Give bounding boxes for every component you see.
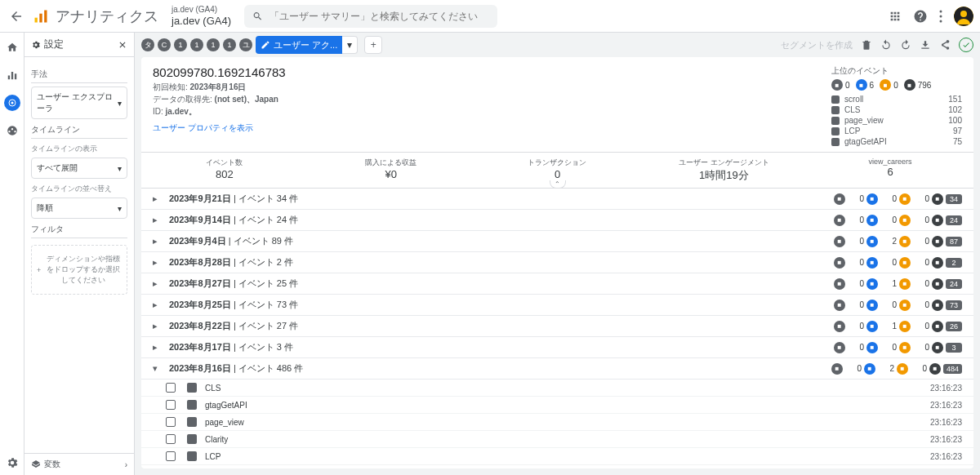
day-row[interactable]: ▸2023年8月28日 | イベント 2 件■0■0■0■2 — [141, 252, 973, 273]
expand-icon[interactable]: ▸ — [153, 321, 164, 331]
expand-icon[interactable]: ▸ — [153, 278, 164, 289]
chevron-down-icon: ▾ — [118, 164, 122, 173]
chevron-right-icon: › — [125, 460, 127, 469]
stat-cell: ユーザー エンゲージメント1時間19分 — [640, 153, 807, 188]
timeline-sort-dropdown[interactable]: 降順 ▾ — [31, 198, 127, 219]
search-input[interactable] — [270, 11, 489, 22]
day-chip: ■ — [932, 193, 943, 205]
tab-inactive[interactable]: 1 — [190, 38, 203, 51]
tab-inactive[interactable]: 1 — [174, 38, 187, 51]
day-row[interactable]: ▸2023年8月27日 | イベント 25 件■0■1■0■24 — [141, 273, 973, 295]
event-item[interactable]: page_view23:16:23 — [141, 414, 973, 431]
day-chip: ■ — [866, 321, 878, 332]
top-event-row: page_view100 — [831, 115, 962, 126]
day-chip: ■ — [834, 257, 845, 269]
day-chip: ■ — [866, 300, 878, 311]
timeline-label: タイムライン — [31, 124, 127, 139]
expand-icon[interactable]: ▸ — [153, 193, 164, 204]
day-row[interactable]: ▸2023年8月25日 | イベント 73 件■0■0■0■73 — [141, 295, 973, 316]
method-dropdown[interactable]: ユーザー エクスプローラ ▾ — [31, 87, 127, 119]
nav-rail — [0, 33, 24, 475]
tab-inactive[interactable]: C — [158, 38, 171, 51]
expand-icon[interactable]: ▸ — [153, 257, 164, 268]
tab-inactive[interactable]: タ — [141, 38, 154, 51]
help-icon[interactable] — [913, 9, 928, 24]
variables-bar[interactable]: 変数 › — [24, 453, 134, 475]
event-checkbox[interactable] — [166, 434, 176, 444]
event-item[interactable]: Clarity23:16:23 — [141, 431, 973, 448]
user-meta: 初回検知: 2023年8月16日 データの取得先: (not set)、Japa… — [153, 81, 286, 118]
expand-icon[interactable]: ▸ — [153, 236, 164, 246]
chevron-down-icon: ▾ — [118, 204, 122, 213]
expand-icon[interactable]: ▸ — [153, 300, 164, 310]
filter-dropzone[interactable]: + ディメンションや指標をドロップするか選択してください — [31, 245, 127, 295]
day-row[interactable]: ▸2023年9月4日 | イベント 89 件■0■2■0■87 — [141, 231, 973, 252]
day-row[interactable]: ▾2023年8月16日 | イベント 486 件■0■2■0■484 — [141, 358, 973, 380]
expand-icon[interactable]: ▸ — [153, 342, 164, 353]
day-row[interactable]: ▸2023年8月17日 | イベント 3 件■0■0■0■3 — [141, 337, 973, 358]
event-checkbox[interactable] — [166, 417, 176, 427]
event-item[interactable]: CLS23:16:16 — [141, 465, 973, 468]
tab-add-button[interactable]: + — [364, 36, 382, 54]
tab-inactive[interactable]: 1 — [207, 38, 220, 51]
undo-icon[interactable] — [880, 39, 892, 51]
event-item[interactable]: CLS23:16:23 — [141, 380, 973, 397]
more-icon[interactable] — [939, 10, 942, 23]
tab-dropdown[interactable]: ▾ — [342, 36, 358, 54]
tabs-row: タC1111ユ ユーザー アク... ▾ + セグメントを作成 — [135, 33, 980, 57]
tab-inactive[interactable]: 1 — [223, 38, 236, 51]
top-event-row: LCP97 — [831, 126, 962, 136]
rail-reports-icon[interactable] — [4, 67, 20, 83]
day-chip: ■ — [834, 300, 845, 311]
event-item[interactable]: LCP23:16:23 — [141, 448, 973, 465]
day-row[interactable]: ▸2023年8月22日 | イベント 27 件■0■1■0■26 — [141, 316, 973, 337]
day-row[interactable]: ▸2023年9月14日 | イベント 24 件■0■0■0■24 — [141, 210, 973, 231]
tab-active[interactable]: ユーザー アク... — [256, 36, 342, 54]
day-chip: ■ — [831, 363, 843, 375]
settings-title: 設定 — [31, 38, 64, 51]
day-row[interactable]: ▸2023年9月21日 | イベント 34 件■0■0■0■34 — [141, 189, 973, 210]
rail-explore-icon[interactable] — [4, 95, 20, 111]
expand-icon[interactable]: ▾ — [153, 363, 164, 374]
event-checkbox[interactable] — [166, 400, 176, 410]
timeline-display-dropdown[interactable]: すべて展開 ▾ — [31, 158, 127, 179]
event-type-icon — [187, 383, 197, 393]
back-button[interactable] — [7, 7, 26, 26]
pencil-icon — [261, 40, 270, 50]
user-avatar[interactable] — [954, 7, 973, 26]
event-type-icon — [831, 106, 840, 114]
user-id: 802099780.1692146783 — [153, 65, 286, 79]
event-checkbox[interactable] — [166, 383, 176, 393]
create-segment-link[interactable]: セグメントを作成 — [781, 39, 853, 51]
top-events-label: 上位のイベント — [831, 65, 962, 77]
rail-admin-icon[interactable] — [4, 459, 20, 475]
search-box[interactable] — [244, 5, 497, 28]
apps-icon[interactable] — [889, 10, 902, 23]
property-selector[interactable]: ja.dev (GA4) ja.dev (GA4) — [172, 5, 231, 28]
rail-advertising-icon[interactable] — [4, 122, 20, 139]
search-icon — [252, 11, 263, 22]
download-icon[interactable] — [920, 39, 931, 51]
timeline-list[interactable]: ▸2023年9月21日 | イベント 34 件■0■0■0■34▸2023年9月… — [141, 189, 973, 468]
event-item[interactable]: gtagGetAPI23:16:23 — [141, 397, 973, 414]
user-header: 802099780.1692146783 初回検知: 2023年8月16日 デー… — [141, 57, 973, 152]
property-sub: ja.dev (GA4) — [172, 5, 231, 15]
property-main: ja.dev (GA4) — [172, 15, 231, 28]
stats-bar: イベント数802購入による収益¥0トランザクション0ユーザー エンゲージメント1… — [141, 152, 973, 189]
redo-icon[interactable] — [900, 39, 911, 51]
day-chip: ■ — [899, 257, 911, 269]
share-icon[interactable] — [939, 39, 951, 51]
delete-icon[interactable] — [861, 39, 872, 51]
settings-panel: 設定 手法 ユーザー エクスプローラ ▾ タイムライン タイムラインの表示 すべ… — [24, 33, 135, 475]
day-chip: ■ — [899, 321, 911, 332]
event-type-icon — [831, 117, 840, 125]
filter-label: フィルタ — [31, 224, 127, 238]
event-checkbox[interactable] — [166, 451, 176, 461]
user-properties-link[interactable]: ユーザー プロパティを表示 — [153, 122, 286, 134]
expand-icon[interactable]: ▸ — [153, 215, 164, 225]
summary-chip: ■ — [904, 79, 915, 91]
close-icon[interactable] — [118, 40, 127, 50]
tab-inactive[interactable]: ユ — [239, 38, 252, 51]
status-check-icon[interactable] — [959, 38, 973, 52]
rail-home-icon[interactable] — [4, 39, 20, 55]
